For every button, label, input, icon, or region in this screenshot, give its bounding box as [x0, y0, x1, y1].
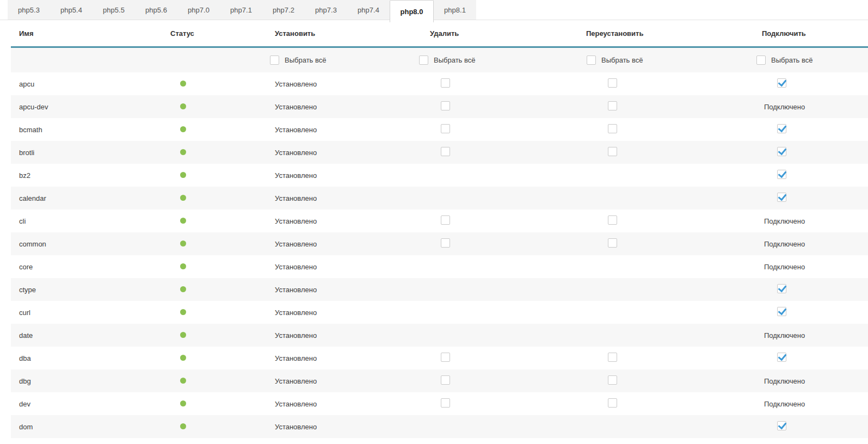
table-row: cli Установлено Подключено — [11, 209, 868, 232]
install-status-label: Установлено — [261, 126, 414, 134]
delete-cell — [414, 353, 577, 363]
connect-checkbox[interactable] — [777, 353, 786, 362]
status-cell — [163, 240, 261, 248]
delete-checkbox[interactable] — [441, 78, 450, 88]
tab-php5.3[interactable]: php5.3 — [8, 0, 50, 20]
tab-php7.1[interactable]: php7.1 — [220, 0, 262, 20]
select-all-reinstall-checkbox[interactable] — [587, 55, 596, 65]
delete-checkbox[interactable] — [441, 398, 450, 408]
column-header-reinstall[interactable]: Переустановить — [577, 29, 740, 38]
table-row: dom Установлено — [11, 415, 868, 438]
extension-name: ctype — [11, 286, 163, 294]
select-all-connect: Выбрать всё — [740, 55, 868, 65]
extension-name: dba — [11, 354, 163, 362]
connect-cell — [740, 170, 868, 181]
extension-name: bcmath — [11, 126, 163, 134]
column-header-connect[interactable]: Подключить — [740, 29, 868, 38]
reinstall-cell — [577, 375, 740, 386]
status-cell — [163, 194, 261, 202]
delete-cell — [414, 78, 577, 89]
tab-php8.1[interactable]: php8.1 — [434, 0, 476, 20]
delete-checkbox[interactable] — [441, 124, 450, 133]
tab-php8.0[interactable]: php8.0 — [390, 0, 434, 22]
delete-checkbox[interactable] — [441, 101, 450, 110]
connect-cell — [740, 78, 868, 89]
status-cell — [163, 377, 261, 385]
table-row: brotli Установлено — [11, 141, 868, 164]
status-cell — [163, 354, 261, 362]
delete-checkbox[interactable] — [441, 353, 450, 362]
connect-cell — [740, 147, 868, 158]
reinstall-checkbox[interactable] — [608, 215, 617, 225]
delete-cell — [414, 124, 577, 135]
extension-name: date — [11, 331, 163, 340]
reinstall-checkbox[interactable] — [608, 398, 617, 408]
extension-name: calendar — [11, 194, 163, 202]
tab-php7.2[interactable]: php7.2 — [262, 0, 305, 20]
connect-checkbox[interactable] — [777, 124, 786, 133]
select-all-install-checkbox[interactable] — [270, 55, 279, 65]
table-row: apcu-dev Установлено Подключено — [11, 95, 868, 118]
delete-checkbox[interactable] — [441, 375, 450, 385]
connect-checkbox[interactable] — [777, 307, 786, 316]
reinstall-cell — [577, 398, 740, 409]
delete-checkbox[interactable] — [441, 215, 450, 225]
connect-checkbox[interactable] — [777, 147, 786, 156]
status-ok-icon — [180, 172, 186, 178]
table-body: apcu Установлено apcu-dev Установлено По… — [11, 72, 868, 438]
reinstall-checkbox[interactable] — [608, 238, 617, 248]
tab-php5.5[interactable]: php5.5 — [93, 0, 135, 20]
status-ok-icon — [180, 149, 186, 155]
status-ok-icon — [180, 195, 186, 201]
status-cell — [163, 149, 261, 157]
connect-checkbox[interactable] — [777, 284, 786, 293]
tab-php7.0[interactable]: php7.0 — [177, 0, 220, 20]
table-row: dbg Установлено Подключено — [11, 369, 868, 392]
delete-cell — [414, 238, 577, 249]
status-cell — [163, 309, 261, 317]
install-status-label: Установлено — [261, 263, 414, 271]
connect-checkbox[interactable] — [777, 421, 786, 430]
reinstall-cell — [577, 353, 740, 363]
tab-php7.3[interactable]: php7.3 — [305, 0, 347, 20]
reinstall-checkbox[interactable] — [608, 353, 617, 362]
table-row: apcu Установлено — [11, 72, 868, 95]
install-status-label: Установлено — [261, 309, 414, 317]
select-all-install: Выбрать всё — [261, 55, 414, 65]
column-header-status[interactable]: Статус — [163, 29, 261, 38]
connect-checkbox[interactable] — [777, 170, 786, 179]
connect-cell — [740, 353, 868, 363]
status-ok-icon — [180, 355, 186, 361]
delete-checkbox[interactable] — [441, 147, 450, 156]
select-all-delete-checkbox[interactable] — [419, 55, 428, 65]
column-header-install[interactable]: Установить — [261, 29, 414, 38]
status-cell — [163, 423, 261, 431]
install-status-label: Установлено — [261, 217, 414, 225]
reinstall-checkbox[interactable] — [608, 124, 617, 133]
reinstall-checkbox[interactable] — [608, 78, 617, 88]
connect-cell — [740, 284, 868, 295]
table-header-row: Имя Статус Установить Удалить Переустано… — [11, 20, 868, 46]
delete-checkbox[interactable] — [441, 238, 450, 248]
tab-php5.6[interactable]: php5.6 — [135, 0, 177, 20]
select-all-delete: Выбрать всё — [414, 55, 577, 65]
select-all-label: Выбрать всё — [601, 56, 643, 64]
reinstall-checkbox[interactable] — [608, 147, 617, 156]
connect-checkbox[interactable] — [777, 78, 786, 88]
select-all-connect-checkbox[interactable] — [756, 55, 766, 65]
connect-cell: Подключено — [740, 331, 868, 340]
install-status-label: Установлено — [261, 194, 414, 202]
status-ok-icon — [180, 378, 186, 384]
connected-label: Подключено — [764, 240, 805, 248]
column-header-delete[interactable]: Удалить — [414, 29, 577, 38]
column-header-name[interactable]: Имя — [11, 29, 163, 38]
install-status-label: Установлено — [261, 286, 414, 294]
reinstall-checkbox[interactable] — [608, 375, 617, 385]
reinstall-checkbox[interactable] — [608, 101, 617, 110]
tab-php5.4[interactable]: php5.4 — [50, 0, 93, 20]
connect-checkbox[interactable] — [777, 193, 786, 202]
table-row: date Установлено Подключено — [11, 324, 868, 347]
status-ok-icon — [180, 103, 186, 109]
tab-php7.4[interactable]: php7.4 — [347, 0, 390, 20]
extension-name: curl — [11, 309, 163, 317]
